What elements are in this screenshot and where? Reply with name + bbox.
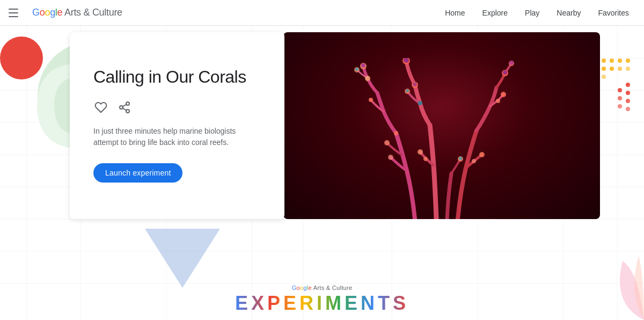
svg-point-39	[626, 59, 630, 63]
svg-point-53	[626, 91, 630, 95]
svg-line-62	[123, 105, 127, 107]
coral-image	[283, 32, 600, 219]
card-description: In just three minutes help marine biolog…	[93, 126, 254, 148]
svg-point-85	[503, 70, 507, 75]
svg-point-45	[618, 67, 622, 71]
svg-point-86	[509, 61, 514, 65]
svg-point-76	[479, 152, 485, 157]
deco-triangle	[145, 229, 220, 288]
svg-point-87	[355, 68, 358, 71]
footer-experiments: Google Arts & Culture EXPERIMENTS	[235, 285, 409, 315]
nav-home[interactable]: Home	[438, 5, 471, 20]
nav-favorites[interactable]: Favorites	[591, 5, 635, 20]
svg-point-89	[418, 101, 422, 105]
svg-point-82	[361, 63, 365, 68]
card-title: Calling in Our Corals	[93, 67, 261, 87]
logo-text: Google Arts & Culture	[32, 7, 122, 18]
share-button[interactable]	[117, 100, 132, 115]
info-card: Calling in Our Corals In just three minu…	[70, 32, 284, 219]
svg-point-38	[618, 59, 622, 63]
like-button[interactable]	[93, 100, 108, 115]
svg-point-65	[365, 76, 370, 81]
nav-explore[interactable]: Explore	[476, 5, 514, 20]
svg-point-79	[496, 99, 500, 103]
svg-line-61	[123, 108, 127, 111]
card-actions	[93, 100, 261, 115]
deco-feather	[596, 250, 644, 320]
experiments-text: EXPERIMENTS	[235, 292, 409, 315]
svg-point-51	[618, 88, 622, 92]
footer-logo: Google Arts & Culture	[292, 285, 353, 291]
svg-point-56	[618, 104, 622, 108]
svg-point-57	[626, 107, 630, 111]
svg-point-54	[618, 96, 622, 100]
navigation: Google Arts & Culture Home Explore Play …	[0, 0, 644, 26]
svg-point-77	[472, 159, 476, 163]
main-content: Calling in Our Corals In just three minu…	[70, 32, 600, 219]
svg-point-52	[626, 83, 630, 87]
svg-point-55	[626, 99, 630, 103]
svg-point-88	[406, 89, 409, 92]
svg-point-67	[384, 140, 390, 146]
svg-point-90	[459, 157, 462, 160]
svg-point-84	[413, 82, 417, 86]
nav-logo-area: Google Arts & Culture	[9, 6, 438, 19]
svg-point-68	[388, 155, 393, 160]
svg-point-37	[610, 59, 614, 63]
svg-point-66	[369, 98, 373, 102]
svg-point-43	[602, 67, 606, 71]
hamburger-menu[interactable]	[9, 6, 21, 19]
svg-point-50	[602, 75, 606, 79]
svg-point-73	[418, 149, 423, 155]
svg-point-36	[602, 59, 606, 63]
coral-background	[283, 32, 600, 219]
launch-button[interactable]: Launch experiment	[93, 163, 182, 183]
svg-point-44	[610, 67, 614, 71]
nav-nearby[interactable]: Nearby	[550, 5, 587, 20]
nav-play[interactable]: Play	[518, 5, 546, 20]
svg-point-46	[626, 67, 630, 71]
svg-point-69	[394, 131, 398, 135]
svg-point-74	[423, 157, 428, 161]
coral-illustration	[308, 58, 576, 219]
svg-point-78	[501, 92, 506, 97]
nav-links: Home Explore Play Nearby Favorites	[438, 5, 635, 20]
